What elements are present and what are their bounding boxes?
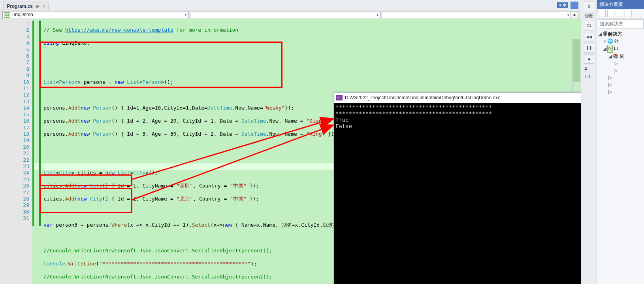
sol-tool-2[interactable] bbox=[607, 10, 614, 17]
namespace-label: LinqDemo bbox=[11, 12, 33, 17]
diagnostics-label[interactable]: 诊断 bbox=[581, 13, 597, 19]
marker-count-4: 4 bbox=[581, 66, 597, 72]
solution-explorer[interactable]: 解决方案资 搜索解决方 ◢🗐解决方 ▷🌐外 ◢C#Li ◢📚依 ▷ ▷ ▷ ▷ … bbox=[597, 0, 644, 284]
tab-title: Program.cs bbox=[7, 4, 33, 9]
link-template[interactable]: https://aka.ms/new-console-template bbox=[65, 27, 173, 33]
marker-count-13: 13 bbox=[581, 74, 597, 80]
sol-tool-1[interactable] bbox=[599, 10, 606, 17]
split-button[interactable]: ✚ bbox=[571, 11, 578, 19]
console-titlebar[interactable]: C:\ D:\VS2022_Project\LinqDemo\LinqDemo\… bbox=[334, 93, 581, 103]
sol-tool-3[interactable] bbox=[616, 10, 623, 17]
document-tabstrip: Program.cs ⊕ × ▾ ✲ bbox=[0, 0, 581, 11]
type-dropdown[interactable] bbox=[191, 11, 380, 19]
solution-search[interactable]: 搜索解决方 bbox=[598, 19, 644, 29]
csharp-icon: C# bbox=[4, 12, 10, 18]
scroll-thumb[interactable] bbox=[573, 39, 580, 82]
right-toolbar: ⚙ 诊断 ⮀ ◀◀ ❚❚ ◆ 4 13 bbox=[581, 0, 597, 284]
settings-button[interactable]: ⚙ bbox=[584, 2, 594, 11]
outline-margin bbox=[39, 21, 41, 226]
console-window[interactable]: C:\ D:\VS2022_Project\LinqDemo\LinqDemo\… bbox=[334, 92, 581, 284]
app-root: Program.cs ⊕ × ▾ ✲ C# LinqDemo ✚ 1234567… bbox=[0, 0, 644, 284]
tab-well-button[interactable] bbox=[571, 2, 578, 9]
solution-tree[interactable]: ◢🗐解决方 ▷🌐外 ◢C#Li ◢📚依 ▷ ▷ ▷ ▷ ▷ bbox=[597, 30, 644, 95]
line-number-gutter: 1234567891011121314151617181920212223242… bbox=[0, 19, 32, 284]
change-margin bbox=[32, 21, 34, 226]
close-icon[interactable]: × bbox=[42, 4, 45, 9]
solution-explorer-header[interactable]: 解决方案资 bbox=[597, 0, 644, 9]
console-output: ****************************************… bbox=[334, 103, 581, 130]
code-text[interactable]: // See https://aka.ms/new-console-templa… bbox=[43, 21, 371, 284]
sol-tool-4[interactable] bbox=[625, 10, 632, 17]
console-title: D:\VS2022_Project\LinqDemo\LinqDemo\bin\… bbox=[345, 95, 501, 100]
namespace-dropdown[interactable]: C# LinqDemo bbox=[2, 11, 189, 19]
swap-button[interactable]: ⮀ bbox=[584, 21, 594, 30]
pause-button[interactable]: ❚❚ bbox=[584, 43, 594, 53]
navigation-bar: C# LinqDemo ✚ bbox=[0, 10, 581, 19]
member-dropdown[interactable] bbox=[382, 11, 571, 19]
tab-options-button[interactable]: ▾ ✲ bbox=[557, 2, 568, 8]
tab-program-cs[interactable]: Program.cs ⊕ × bbox=[3, 2, 49, 11]
marker-button[interactable]: ◆ bbox=[584, 54, 594, 64]
console-icon: C:\ bbox=[336, 95, 343, 100]
rewind-button[interactable]: ◀◀ bbox=[584, 32, 594, 42]
solution-toolbar bbox=[597, 9, 644, 19]
pin-icon[interactable]: ⊕ bbox=[35, 4, 39, 9]
